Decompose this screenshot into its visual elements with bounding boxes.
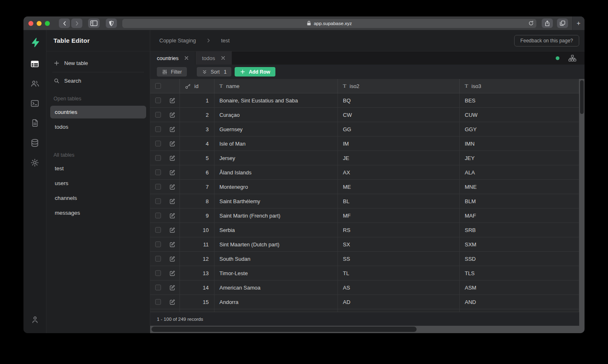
cell-iso3[interactable]: ASM (460, 281, 579, 294)
edit-row-button[interactable] (169, 155, 175, 161)
cell-name[interactable]: Sint Maarten (Dutch part) (214, 237, 338, 251)
cell-id[interactable]: 9 (180, 209, 214, 223)
tab-todos[interactable]: todos (196, 51, 232, 65)
breadcrumb-project[interactable]: Copple Staging (159, 37, 196, 44)
edit-row-button[interactable] (169, 227, 175, 233)
horizontal-scrollbar[interactable] (150, 326, 585, 333)
sidebar-item-channels[interactable]: channels (50, 192, 146, 204)
cell-iso3[interactable]: CUW (460, 108, 579, 122)
vertical-scrollbar-thumb[interactable] (580, 80, 584, 114)
edit-row-button[interactable] (169, 270, 175, 276)
cell-name[interactable]: Isle of Man (214, 137, 338, 151)
database-nav-icon[interactable] (28, 136, 42, 150)
row-checkbox[interactable] (155, 155, 161, 161)
reload-button[interactable] (528, 20, 534, 26)
cell-iso2[interactable]: TL (338, 266, 460, 280)
cell-iso3[interactable]: SRB (460, 223, 579, 237)
sidebar-item-todos[interactable]: todos (50, 121, 146, 133)
cell-id[interactable]: 6 (180, 165, 214, 179)
select-all-header[interactable] (150, 79, 180, 93)
cell-name[interactable]: Montenegro (214, 180, 338, 194)
cell-name[interactable]: Serbia (214, 223, 338, 237)
horizontal-scrollbar-thumb[interactable] (151, 327, 417, 332)
table-editor-nav-icon[interactable] (28, 57, 42, 71)
cell-name[interactable]: Saint Martin (French part) (214, 209, 338, 223)
cell-iso3[interactable]: BES (460, 93, 579, 107)
search-button[interactable]: Search (52, 78, 144, 84)
row-checkbox[interactable] (155, 112, 161, 118)
row-checkbox[interactable] (155, 285, 161, 290)
edit-row-button[interactable] (169, 184, 175, 190)
cell-id[interactable]: 13 (180, 266, 214, 280)
address-bar[interactable]: app.supabase.xyz (122, 19, 536, 28)
row-checkbox[interactable] (155, 184, 161, 190)
forward-button[interactable] (71, 19, 82, 28)
column-header-name[interactable]: T name (214, 79, 338, 93)
minimize-window-button[interactable] (37, 21, 42, 26)
edit-row-button[interactable] (169, 241, 175, 248)
row-checkbox[interactable] (155, 270, 161, 276)
cell-iso2[interactable]: AS (338, 281, 460, 294)
edit-row-button[interactable] (169, 112, 175, 118)
cell-id[interactable]: 15 (180, 295, 214, 309)
column-header-id[interactable]: id (180, 79, 214, 93)
cell-id[interactable]: 7 (180, 180, 214, 194)
cell-iso3[interactable]: SXM (460, 237, 579, 251)
cell-iso2[interactable]: AX (338, 165, 460, 179)
settings-nav-icon[interactable] (28, 155, 42, 169)
cell-iso2[interactable]: CW (338, 108, 460, 122)
privacy-shield-button[interactable] (106, 19, 117, 28)
cell-iso2[interactable]: GG (338, 122, 460, 136)
close-tab-icon[interactable] (184, 56, 189, 60)
cell-name[interactable]: Andorra (214, 295, 338, 309)
sidebar-toggle-button[interactable] (88, 19, 100, 28)
cell-iso2[interactable]: SX (338, 237, 460, 251)
cell-name[interactable]: Curaçao (214, 108, 338, 122)
cell-iso2[interactable]: BQ (338, 93, 460, 107)
tabs-overview-button[interactable] (557, 19, 568, 28)
cell-name[interactable]: American Samoa (214, 281, 338, 294)
new-table-button[interactable]: New table (52, 60, 144, 66)
feedback-button[interactable]: Feedback on this page? (514, 35, 579, 46)
edit-row-button[interactable] (169, 256, 175, 262)
cell-id[interactable]: 10 (180, 223, 214, 237)
cell-name[interactable]: Saint Barthélemy (214, 194, 338, 208)
tab-countries[interactable]: countries (150, 51, 196, 65)
edit-row-button[interactable] (169, 141, 175, 147)
cell-iso3[interactable]: SSD (460, 252, 579, 266)
edit-row-button[interactable] (169, 97, 175, 104)
edit-row-button[interactable] (169, 126, 175, 132)
cell-iso2[interactable]: SS (338, 252, 460, 266)
cell-iso2[interactable]: IM (338, 137, 460, 151)
select-all-checkbox[interactable] (155, 83, 161, 89)
cell-iso3[interactable]: AND (460, 295, 579, 309)
account-nav-icon[interactable] (28, 313, 42, 327)
cell-id[interactable]: 8 (180, 194, 214, 208)
cell-iso3[interactable]: MAF (460, 209, 579, 223)
edit-row-button[interactable] (169, 198, 175, 204)
sidebar-item-test[interactable]: test (50, 162, 146, 175)
cell-id[interactable]: 4 (180, 137, 214, 151)
cell-id[interactable]: 5 (180, 151, 214, 165)
cell-id[interactable]: 2 (180, 108, 214, 122)
zoom-window-button[interactable] (45, 21, 50, 26)
row-checkbox[interactable] (155, 141, 161, 146)
supabase-logo-icon[interactable] (28, 35, 42, 49)
vertical-scrollbar[interactable] (579, 79, 585, 326)
cell-name[interactable]: Timor-Leste (214, 266, 338, 280)
edit-row-button[interactable] (169, 213, 175, 219)
sidebar-item-countries[interactable]: countries (50, 106, 146, 118)
column-header-iso3[interactable]: T iso3 (460, 79, 579, 93)
edit-row-button[interactable] (169, 299, 175, 305)
close-tab-icon[interactable] (221, 56, 225, 60)
row-checkbox[interactable] (155, 169, 161, 175)
breadcrumb-table[interactable]: test (221, 37, 230, 44)
cell-iso3[interactable]: MNE (460, 180, 579, 194)
sidebar-item-users[interactable]: users (50, 177, 146, 190)
row-checkbox[interactable] (155, 299, 161, 305)
row-checkbox[interactable] (155, 256, 161, 262)
cell-iso2[interactable]: AD (338, 295, 460, 309)
edit-row-button[interactable] (169, 285, 175, 291)
cell-iso3[interactable]: GGY (460, 122, 579, 136)
back-button[interactable] (59, 19, 70, 28)
